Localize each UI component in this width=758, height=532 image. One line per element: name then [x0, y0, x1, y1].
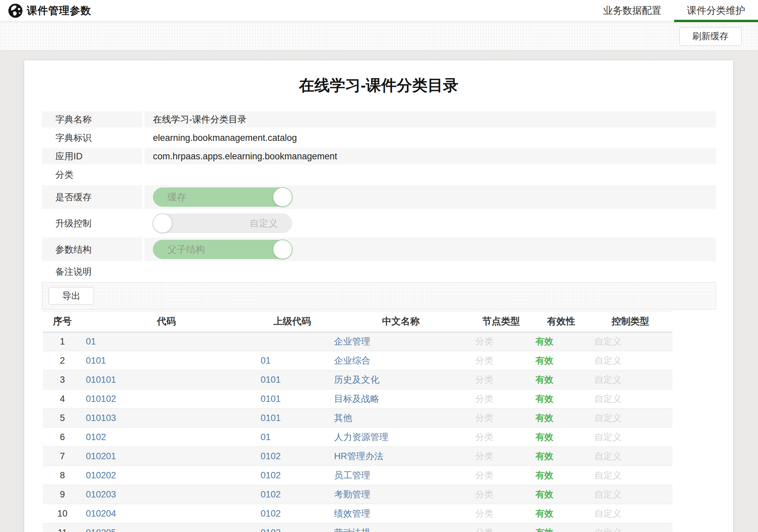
toggle-switch[interactable]: 自定义 [153, 214, 292, 233]
tab-courseware-category-maintenance[interactable]: 课件分类维护 [674, 0, 758, 21]
parent-code-link[interactable]: 0102 [261, 489, 281, 499]
parent-code-link[interactable]: 0101 [261, 375, 281, 385]
field-label: 字典名称 [42, 111, 142, 127]
cell-name: 考勤管理 [333, 485, 468, 504]
field-value: elearning.bookmanagement.catalog [145, 130, 716, 146]
toggle-switch[interactable]: 父子结构 [153, 240, 292, 259]
cell-code: 010202 [82, 466, 251, 485]
parent-code-link[interactable]: 0101 [261, 394, 281, 404]
cell-seq: 9 [43, 485, 82, 504]
code-link[interactable]: 010205 [86, 528, 116, 532]
parent-code-link[interactable]: 0102 [261, 509, 281, 519]
cell-code: 010203 [82, 485, 251, 504]
table-header-row: 序号代码上级代码中文名称节点类型有效性控制类型 [43, 311, 672, 332]
cell-parent: 0102 [251, 485, 333, 504]
name-link[interactable]: 历史及文化 [334, 375, 379, 385]
table-row: 110102050102劳动法规分类有效自定义 [43, 523, 672, 532]
code-link[interactable]: 010103 [86, 413, 116, 423]
field-value: 自定义 [145, 211, 716, 235]
name-link[interactable]: 绩效管理 [334, 509, 370, 519]
name-link[interactable]: 员工管理 [334, 470, 370, 480]
cell-parent: 0101 [251, 389, 333, 409]
cell-seq: 3 [43, 370, 82, 389]
code-link[interactable]: 010201 [86, 451, 116, 461]
parent-code-link[interactable]: 01 [261, 432, 271, 442]
validity-badge: 有效 [535, 451, 553, 461]
parent-code-link[interactable]: 0102 [261, 470, 281, 480]
validity-badge: 有效 [535, 336, 553, 347]
cell-name: 绩效管理 [333, 504, 468, 523]
name-link[interactable]: 考勤管理 [334, 489, 370, 499]
parent-code-link[interactable]: 01 [261, 356, 271, 366]
cell-seq: 2 [43, 351, 82, 370]
cell-code: 0101 [82, 351, 251, 370]
table-row: 6010201人力资源管理分类有效自定义 [43, 428, 672, 447]
name-link[interactable]: 人力资源管理 [334, 432, 388, 442]
content-card: 在线学习-课件分类目录 字典名称在线学习-课件分类目录字典标识elearning… [24, 60, 733, 532]
toggle-switch[interactable]: 缓存 [153, 188, 292, 207]
parent-code-link[interactable]: 0101 [261, 413, 281, 423]
name-link[interactable]: 企业综合 [334, 356, 370, 366]
cell-control-type: 自定义 [588, 389, 672, 409]
cell-parent: 0102 [251, 504, 333, 523]
column-header: 代码 [82, 311, 251, 332]
cell-node-type: 分类 [468, 332, 534, 351]
cell-node-type: 分类 [468, 409, 534, 428]
code-link[interactable]: 01 [86, 336, 96, 347]
cell-validity: 有效 [534, 370, 588, 389]
cell-code: 0102 [82, 428, 251, 447]
field-label: 是否缓存 [42, 185, 142, 209]
app-title: 课件管理参数 [27, 4, 91, 18]
cell-seq: 10 [43, 504, 82, 523]
field-value: 在线学习-课件分类目录 [145, 111, 716, 127]
code-link[interactable]: 010203 [86, 489, 116, 499]
cell-name: 企业管理 [333, 332, 468, 351]
cell-name: 目标及战略 [333, 389, 468, 409]
cell-validity: 有效 [534, 523, 588, 532]
table-row: 50101030101其他分类有效自定义 [43, 409, 672, 428]
cell-name: 劳动法规 [333, 523, 468, 532]
top-bar: 课件管理参数 业务数据配置 课件分类维护 [0, 0, 758, 22]
cell-node-type: 分类 [468, 351, 534, 370]
code-link[interactable]: 010204 [86, 509, 116, 519]
code-link[interactable]: 010101 [86, 375, 116, 385]
cell-code: 010205 [82, 523, 251, 532]
cell-validity: 有效 [534, 447, 588, 466]
cell-node-type: 分类 [468, 428, 534, 447]
name-link[interactable]: 劳动法规 [334, 528, 370, 532]
cell-validity: 有效 [534, 466, 588, 485]
dictionary-form: 字典名称在线学习-课件分类目录字典标识elearning.bookmanagem… [42, 111, 716, 280]
form-row: 参数结构父子结构 [42, 237, 716, 261]
field-label: 分类 [42, 167, 142, 183]
cell-control-type: 自定义 [588, 428, 672, 447]
field-value: 父子结构 [145, 237, 716, 261]
cell-parent: 01 [251, 351, 333, 370]
toggle-knob [273, 187, 292, 207]
form-row: 字典标识elearning.bookmanagement.catalog [42, 130, 716, 146]
export-button[interactable]: 导出 [49, 287, 94, 305]
name-link[interactable]: 目标及战略 [334, 394, 379, 404]
cell-parent: 0102 [251, 466, 333, 485]
cell-node-type: 分类 [468, 447, 534, 466]
name-link[interactable]: 企业管理 [334, 336, 370, 347]
cell-code: 010102 [82, 389, 251, 409]
validity-badge: 有效 [535, 394, 553, 404]
parent-code-link[interactable]: 0102 [261, 451, 281, 461]
cell-validity: 有效 [534, 409, 588, 428]
tab-business-data-config[interactable]: 业务数据配置 [590, 0, 674, 21]
cell-code: 010103 [82, 409, 251, 428]
validity-badge: 有效 [535, 470, 553, 480]
refresh-cache-button[interactable]: 刷新缓存 [679, 27, 742, 46]
form-row: 升级控制自定义 [42, 211, 716, 235]
column-header: 节点类型 [468, 311, 534, 332]
parent-code-link[interactable]: 0102 [261, 528, 281, 532]
name-link[interactable]: 其他 [334, 413, 352, 423]
code-link[interactable]: 0102 [86, 432, 106, 442]
code-link[interactable]: 0101 [86, 356, 106, 366]
code-link[interactable]: 010102 [86, 394, 116, 404]
name-link[interactable]: HR管理办法 [334, 451, 383, 461]
cell-seq: 11 [43, 523, 82, 532]
cell-validity: 有效 [534, 485, 588, 504]
code-link[interactable]: 010202 [86, 470, 116, 480]
globe-logo-icon [8, 3, 23, 18]
